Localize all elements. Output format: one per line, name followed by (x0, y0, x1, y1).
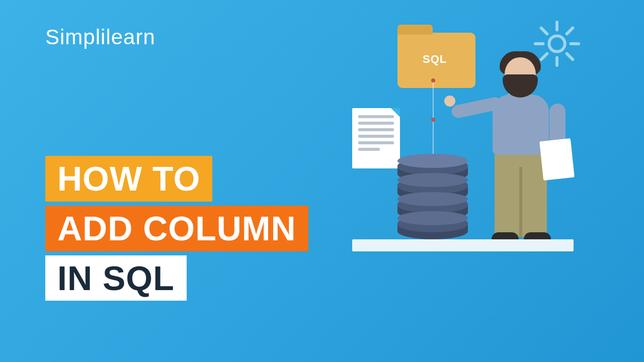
connector-line (433, 80, 434, 166)
title-block: HOW TO ADD COLUMN IN SQL (45, 156, 308, 301)
document-icon (352, 108, 400, 168)
svg-line-5 (541, 28, 547, 34)
illustration: SQL (337, 15, 589, 251)
platform (352, 239, 574, 251)
brand-logo: Simplilearn (45, 25, 155, 49)
svg-line-7 (567, 28, 573, 34)
connector-node (431, 78, 435, 82)
title-line-2: ADD COLUMN (45, 206, 308, 251)
folder-icon: SQL (397, 33, 475, 88)
title-line-3: IN SQL (45, 255, 187, 301)
folder-label: SQL (423, 53, 447, 66)
person-illustration (475, 48, 564, 239)
brand-part2: i (101, 25, 106, 49)
connector-node (431, 118, 435, 122)
tablet-icon (539, 138, 575, 180)
svg-line-6 (567, 54, 573, 60)
brand-part3: learn (106, 25, 155, 49)
brand-part1: Simpl (45, 25, 101, 49)
database-icon (397, 163, 468, 239)
title-line-1: HOW TO (45, 156, 212, 202)
